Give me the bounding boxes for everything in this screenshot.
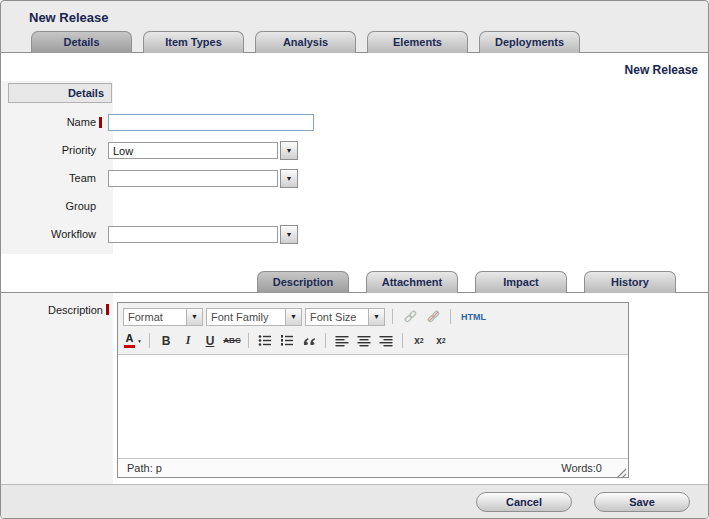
editor-toolbar-row2: A ▼ B I U ABC <box>118 328 628 354</box>
tab-history[interactable]: History <box>584 271 676 293</box>
toolbar-separator <box>325 333 326 348</box>
insert-link-button[interactable] <box>400 307 420 326</box>
description-edit-area[interactable] <box>118 354 628 458</box>
chevron-down-icon: ▼ <box>290 313 297 320</box>
team-label: Team <box>1 172 96 184</box>
align-right-icon <box>379 335 393 347</box>
bullet-list-button[interactable] <box>255 331 275 350</box>
numbered-list-button[interactable] <box>277 331 297 350</box>
unlink-icon <box>426 309 441 324</box>
group-label: Group <box>1 200 96 212</box>
strikethrough-button[interactable]: ABC <box>222 331 242 350</box>
details-form: Details Name Priority Low ▼ Team ▼ <box>1 81 708 254</box>
workflow-label: Workflow <box>1 228 96 240</box>
tab-analysis[interactable]: Analysis <box>255 31 356 53</box>
field-row-priority: Priority Low ▼ <box>1 136 708 164</box>
workflow-value <box>108 226 278 243</box>
font-family-dropdown[interactable]: Font Family ▼ <box>206 308 302 326</box>
format-dropdown-button[interactable]: ▼ <box>186 309 202 325</box>
description-label: Description <box>48 304 103 316</box>
tab-attachment[interactable]: Attachment <box>366 271 458 293</box>
team-dropdown-button[interactable]: ▼ <box>280 169 298 188</box>
save-button[interactable]: Save <box>594 492 690 512</box>
align-left-icon <box>335 335 349 347</box>
chevron-down-icon: ▼ <box>191 313 198 320</box>
new-release-window: New Release Details Item Types Analysis … <box>0 0 709 519</box>
name-input[interactable] <box>108 114 314 131</box>
priority-dropdown-button[interactable]: ▼ <box>280 141 298 160</box>
tab-elements[interactable]: Elements <box>367 31 468 53</box>
subscript-button[interactable]: x2 <box>409 331 429 350</box>
spacer <box>1 254 708 270</box>
tab-details[interactable]: Details <box>31 31 132 53</box>
description-label-cell: Description <box>1 302 115 478</box>
main-tab-bar: Details Item Types Analysis Elements Dep… <box>1 30 708 52</box>
text-color-button[interactable]: A ▼ <box>123 331 143 350</box>
team-select[interactable]: ▼ <box>108 169 298 188</box>
resize-grip-icon <box>616 468 627 479</box>
editor-path-status: Path: p <box>127 462 162 474</box>
font-family-dropdown-button[interactable]: ▼ <box>285 309 301 325</box>
link-icon <box>403 309 418 324</box>
blockquote-icon <box>302 335 316 347</box>
editor-tab-bar: Description Attachment Impact History <box>1 270 708 293</box>
chevron-down-icon: ▼ <box>137 338 142 344</box>
chevron-down-icon: ▼ <box>286 231 293 238</box>
editor-word-count: Words:0 <box>561 462 602 474</box>
page-title: New Release <box>1 1 708 30</box>
chevron-down-icon: ▼ <box>286 175 293 182</box>
chevron-down-icon: ▼ <box>373 313 380 320</box>
tab-deployments[interactable]: Deployments <box>479 31 580 53</box>
font-size-dropdown-button[interactable]: ▼ <box>368 309 384 325</box>
priority-value: Low <box>108 142 278 159</box>
bullet-list-icon <box>258 334 272 347</box>
align-center-button[interactable] <box>354 331 374 350</box>
forecolor-icon: A <box>124 333 135 348</box>
toolbar-separator <box>402 333 403 348</box>
html-source-button[interactable]: HTML <box>458 312 489 322</box>
align-right-button[interactable] <box>376 331 396 350</box>
field-row-team: Team ▼ <box>1 164 708 192</box>
resize-handle[interactable] <box>616 465 627 476</box>
align-left-button[interactable] <box>332 331 352 350</box>
required-slot <box>96 117 108 128</box>
bold-button[interactable]: B <box>156 331 176 350</box>
remove-link-button[interactable] <box>423 307 443 326</box>
toolbar-separator <box>392 309 393 324</box>
priority-label: Priority <box>1 144 96 156</box>
tab-item-types[interactable]: Item Types <box>143 31 244 53</box>
editor-status-bar: Path: p Words:0 <box>118 458 628 477</box>
field-row-group: Group <box>1 192 708 220</box>
tab-description[interactable]: Description <box>257 271 349 293</box>
numbered-list-icon <box>280 334 294 347</box>
superscript-button[interactable]: x2 <box>431 331 451 350</box>
required-marker-icon <box>99 117 102 128</box>
page-subtitle: New Release <box>1 53 708 81</box>
description-section: Description Format ▼ Font Family ▼ Font … <box>1 293 708 484</box>
workflow-select[interactable]: ▼ <box>108 225 298 244</box>
align-center-icon <box>357 335 371 347</box>
workflow-dropdown-button[interactable]: ▼ <box>280 225 298 244</box>
chevron-down-icon: ▼ <box>286 147 293 154</box>
font-size-dropdown[interactable]: Font Size ▼ <box>305 308 385 326</box>
format-dropdown[interactable]: Format ▼ <box>123 308 203 326</box>
format-dropdown-value: Format <box>124 309 186 325</box>
field-row-name: Name <box>1 108 708 136</box>
field-row-workflow: Workflow ▼ <box>1 220 708 248</box>
tab-impact[interactable]: Impact <box>475 271 567 293</box>
content-panel: New Release Details Name Priority Low ▼ … <box>1 52 708 484</box>
italic-button[interactable]: I <box>178 331 198 350</box>
team-value <box>108 170 278 187</box>
blockquote-button[interactable] <box>299 331 319 350</box>
editor-toolbar-row1: Format ▼ Font Family ▼ Font Size ▼ <box>118 303 628 328</box>
priority-select[interactable]: Low ▼ <box>108 141 298 160</box>
underline-button[interactable]: U <box>200 331 220 350</box>
font-size-dropdown-value: Font Size <box>306 309 368 325</box>
rich-text-editor: Format ▼ Font Family ▼ Font Size ▼ <box>117 302 629 478</box>
toolbar-separator <box>149 333 150 348</box>
toolbar-separator <box>248 333 249 348</box>
font-family-dropdown-value: Font Family <box>207 309 285 325</box>
details-section-header: Details <box>8 83 112 103</box>
cancel-button[interactable]: Cancel <box>476 492 572 512</box>
name-label: Name <box>1 116 96 128</box>
